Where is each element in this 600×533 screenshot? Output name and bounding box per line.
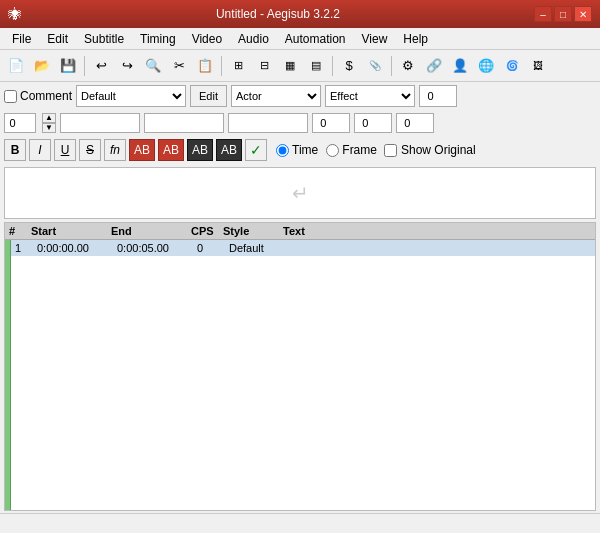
row-num: 1 — [11, 242, 33, 254]
find-button[interactable]: 🔍 — [141, 54, 165, 78]
subtitle-list-container: # Start End CPS Style Text 1 0:00:00.00 … — [4, 222, 596, 511]
text-edit-area[interactable]: ↵ — [4, 167, 596, 219]
save-button[interactable]: 💾 — [56, 54, 80, 78]
underline-button[interactable]: U — [54, 139, 76, 161]
title-bar: 🕷 Untitled - Aegisub 3.2.2 – □ ✕ — [0, 0, 600, 28]
margin-l-field[interactable] — [312, 113, 350, 133]
tool11[interactable]: 🌀 — [500, 54, 524, 78]
toolbar-sep-1 — [84, 56, 85, 76]
show-original-checkbox[interactable] — [384, 144, 397, 157]
undo-button[interactable]: ↩ — [89, 54, 113, 78]
row-style: Default — [225, 242, 285, 254]
start-time-field[interactable]: 0:00:00.00 — [60, 113, 140, 133]
toolbar-sep-3 — [332, 56, 333, 76]
header-num: # — [5, 225, 27, 237]
frame-radio[interactable] — [326, 144, 339, 157]
check-button[interactable]: ✓ — [245, 139, 267, 161]
timing-row: ▲ ▼ 0:00:00.00 0:00:05.00 0:00:05.00 — [0, 110, 600, 136]
menu-view[interactable]: View — [354, 30, 396, 48]
frame-label: Frame — [342, 143, 377, 157]
comment-checkbox-label[interactable]: Comment — [4, 89, 72, 103]
tool8[interactable]: 🔗 — [422, 54, 446, 78]
minimize-button[interactable]: – — [534, 6, 552, 22]
italic-button[interactable]: I — [29, 139, 51, 161]
subtitle-list-header: # Start End CPS Style Text — [5, 223, 595, 240]
layer-field[interactable] — [4, 113, 36, 133]
open-button[interactable]: 📂 — [30, 54, 54, 78]
tool7[interactable]: ⚙ — [396, 54, 420, 78]
color2-button[interactable]: AB — [158, 139, 184, 161]
new-button[interactable]: 📄 — [4, 54, 28, 78]
time-radio[interactable] — [276, 144, 289, 157]
time-frame-radio-group: Time Frame — [276, 143, 377, 157]
header-text: Text — [279, 225, 595, 237]
menu-timing[interactable]: Timing — [132, 30, 184, 48]
menu-automation[interactable]: Automation — [277, 30, 354, 48]
actor-select[interactable]: Actor — [231, 85, 321, 107]
redo-button[interactable]: ↪ — [115, 54, 139, 78]
header-end: End — [107, 225, 187, 237]
status-bar — [0, 513, 600, 533]
menu-subtitle[interactable]: Subtitle — [76, 30, 132, 48]
tool10[interactable]: 🌐 — [474, 54, 498, 78]
tool5[interactable]: $ — [337, 54, 361, 78]
spin-down[interactable]: ▼ — [42, 123, 56, 133]
close-button[interactable]: ✕ — [574, 6, 592, 22]
menu-file[interactable]: File — [4, 30, 39, 48]
copy-button[interactable]: 📋 — [193, 54, 217, 78]
tool4[interactable]: ▤ — [304, 54, 328, 78]
frame-radio-label[interactable]: Frame — [326, 143, 377, 157]
time-radio-label[interactable]: Time — [276, 143, 318, 157]
tool9[interactable]: 👤 — [448, 54, 472, 78]
menu-bar: File Edit Subtitle Timing Video Audio Au… — [0, 28, 600, 50]
style-select[interactable]: Default — [76, 85, 186, 107]
effect-select[interactable]: Effect — [325, 85, 415, 107]
duration-field[interactable]: 0:00:05.00 — [228, 113, 308, 133]
row-end: 0:00:05.00 — [113, 242, 193, 254]
time-label: Time — [292, 143, 318, 157]
show-original-text: Show Original — [401, 143, 476, 157]
format-row: B I U S fn AB AB AB AB ✓ Time Frame Show… — [0, 136, 600, 164]
margin-v-field[interactable] — [396, 113, 434, 133]
subtitle-list-body: 1 0:00:00.00 0:00:05.00 0 Default — [5, 240, 595, 510]
menu-help[interactable]: Help — [395, 30, 436, 48]
strikeout-button[interactable]: S — [79, 139, 101, 161]
header-start: Start — [27, 225, 107, 237]
tool1[interactable]: ⊞ — [226, 54, 250, 78]
tool6[interactable]: 📎 — [363, 54, 387, 78]
app-icon: 🕷 — [8, 6, 22, 22]
spin-up[interactable]: ▲ — [42, 113, 56, 123]
effect-number[interactable] — [419, 85, 457, 107]
header-style: Style — [219, 225, 279, 237]
table-row[interactable]: 1 0:00:00.00 0:00:05.00 0 Default — [11, 240, 595, 256]
color4-button[interactable]: AB — [216, 139, 242, 161]
row-cps: 0 — [193, 242, 225, 254]
comment-checkbox[interactable] — [4, 90, 17, 103]
row-start: 0:00:00.00 — [33, 242, 113, 254]
cursor-indicator: ↵ — [292, 181, 309, 205]
properties-row1: Comment Default Edit Actor Effect — [0, 82, 600, 110]
tool2[interactable]: ⊟ — [252, 54, 276, 78]
menu-audio[interactable]: Audio — [230, 30, 277, 48]
tool3[interactable]: ▦ — [278, 54, 302, 78]
menu-edit[interactable]: Edit — [39, 30, 76, 48]
subtitle-list-scroll[interactable]: 1 0:00:00.00 0:00:05.00 0 Default — [11, 240, 595, 510]
window-title: Untitled - Aegisub 3.2.2 — [22, 7, 534, 21]
margin-r-field[interactable] — [354, 113, 392, 133]
edit-button[interactable]: Edit — [190, 85, 227, 107]
color1-button[interactable]: AB — [129, 139, 155, 161]
toolbar-sep-2 — [221, 56, 222, 76]
maximize-button[interactable]: □ — [554, 6, 572, 22]
header-cps: CPS — [187, 225, 219, 237]
color3-button[interactable]: AB — [187, 139, 213, 161]
main-toolbar: 📄 📂 💾 ↩ ↪ 🔍 ✂ 📋 ⊞ ⊟ ▦ ▤ $ 📎 ⚙ 🔗 👤 🌐 🌀 🖼 — [0, 50, 600, 82]
end-time-field[interactable]: 0:00:05.00 — [144, 113, 224, 133]
comment-label: Comment — [20, 89, 72, 103]
bold-button[interactable]: B — [4, 139, 26, 161]
cut-button[interactable]: ✂ — [167, 54, 191, 78]
tool12[interactable]: 🖼 — [526, 54, 550, 78]
menu-video[interactable]: Video — [184, 30, 230, 48]
window-controls: – □ ✕ — [534, 6, 592, 22]
fontname-button[interactable]: fn — [104, 139, 126, 161]
show-original-label[interactable]: Show Original — [384, 143, 476, 157]
